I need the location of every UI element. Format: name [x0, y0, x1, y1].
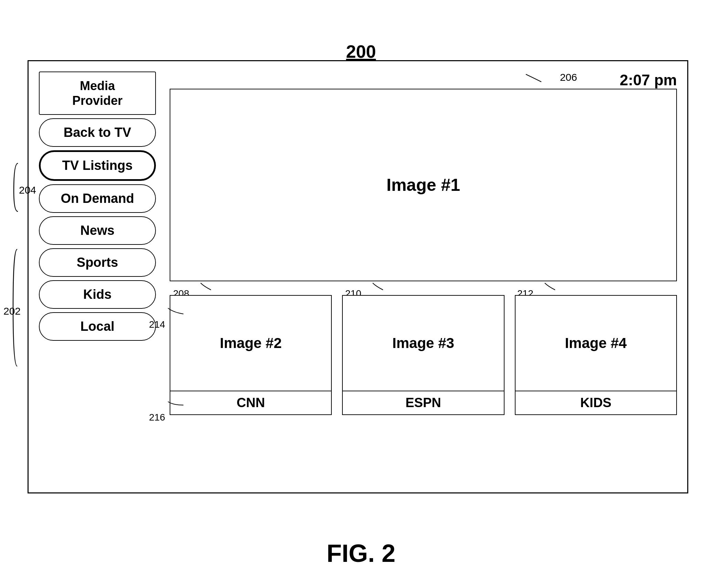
- main-content: 2:07 pm 206 Image #1 208 210 212 214: [170, 72, 677, 482]
- thumbnail-row: Image #2 CNN Image #3 ESPN Image #4 KIDS: [170, 295, 677, 415]
- image-2-box: Image #2: [170, 295, 332, 391]
- cnn-label: CNN: [170, 391, 332, 415]
- kids-button[interactable]: Kids: [39, 280, 156, 309]
- media-provider-button[interactable]: Media Provider: [39, 72, 156, 115]
- news-button[interactable]: News: [39, 216, 156, 245]
- page-wrapper: 200 Media Provider Back to TV TV Listing…: [0, 0, 722, 588]
- thumbnail-item-espn[interactable]: Image #3 ESPN: [342, 295, 504, 415]
- thumbnail-item-kids[interactable]: Image #4 KIDS: [515, 295, 677, 415]
- ref-206-label: 206: [560, 72, 577, 83]
- kids-label: KIDS: [515, 391, 677, 415]
- ref-214-label: 214: [149, 319, 165, 330]
- image-1-box: Image #1: [170, 89, 677, 281]
- diagram-label: 200: [346, 41, 376, 62]
- svg-text:202: 202: [3, 305, 21, 317]
- local-button[interactable]: Local: [39, 312, 156, 341]
- image-3-box: Image #3: [342, 295, 504, 391]
- sports-button[interactable]: Sports: [39, 248, 156, 277]
- sidebar: Media Provider Back to TV TV Listings On…: [39, 72, 156, 341]
- thumbnail-item-cnn[interactable]: Image #2 CNN: [170, 295, 332, 415]
- ref-216-label: 216: [149, 412, 165, 423]
- tv-listings-button[interactable]: TV Listings: [39, 150, 156, 181]
- back-to-tv-button[interactable]: Back to TV: [39, 118, 156, 147]
- outer-box: Media Provider Back to TV TV Listings On…: [28, 60, 688, 493]
- image-4-box: Image #4: [515, 295, 677, 391]
- time-display: 2:07 pm: [620, 72, 677, 89]
- figure-label: FIG. 2: [327, 539, 395, 567]
- on-demand-button[interactable]: On Demand: [39, 184, 156, 213]
- espn-label: ESPN: [342, 391, 504, 415]
